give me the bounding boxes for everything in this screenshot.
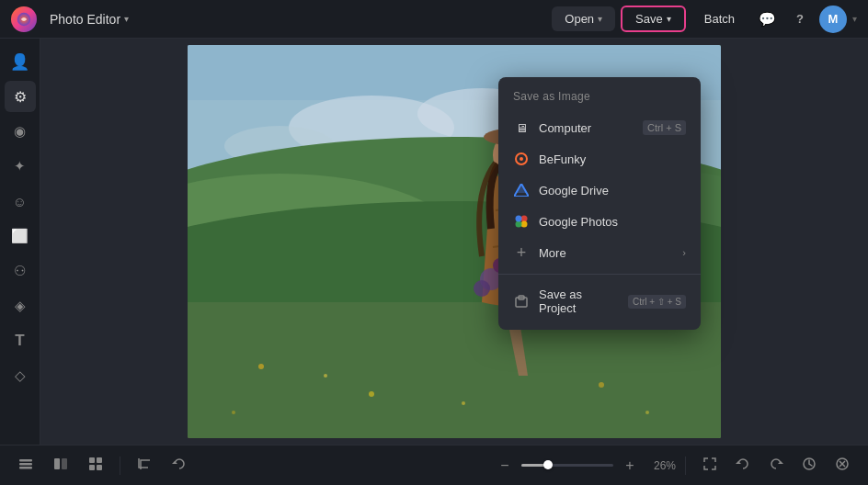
sidebar-item-adjust[interactable]: ⚙: [5, 81, 36, 112]
svg-point-14: [232, 411, 235, 414]
open-chevron: ▾: [598, 14, 602, 24]
chat-button[interactable]: 💬: [753, 6, 781, 33]
touchup-icon: ☺: [13, 194, 27, 209]
rotate-button[interactable]: [165, 451, 194, 480]
svg-point-24: [474, 280, 490, 297]
reset-button[interactable]: [828, 451, 857, 480]
frames-icon: ⬜: [11, 228, 29, 244]
compare-button[interactable]: [46, 451, 75, 480]
app-title-button[interactable]: Photo Editor ▾: [44, 8, 134, 30]
save-gphotos-item[interactable]: Google Photos: [498, 206, 701, 237]
person-icon: 👤: [10, 52, 29, 72]
save-project-label: Save as Project: [539, 288, 619, 315]
save-label: Save: [635, 12, 663, 26]
eye-icon: ◉: [14, 123, 26, 140]
avatar-button[interactable]: M: [819, 6, 847, 33]
befunky-icon: [513, 151, 530, 167]
sidebar-item-profile[interactable]: 👤: [5, 46, 36, 77]
save-computer-item[interactable]: 🖥 Computer Ctrl + S: [498, 112, 701, 143]
sidebar-item-people[interactable]: ⚇: [5, 255, 36, 287]
sidebar-item-frames[interactable]: ⬜: [5, 220, 36, 252]
sidebar-item-share[interactable]: ◇: [5, 360, 36, 391]
svg-rect-37: [19, 459, 32, 462]
zoom-slider-thumb: [543, 460, 553, 469]
avatar-chevron: ▾: [852, 14, 857, 24]
save-dropdown-menu: Save as Image 🖥 Computer Ctrl + S: [498, 77, 701, 330]
save-befunky-item[interactable]: BeFunky: [498, 143, 701, 175]
more-plus-icon: +: [513, 244, 530, 261]
project-icon: [513, 293, 530, 310]
batch-label: Batch: [704, 12, 735, 26]
svg-marker-30: [516, 184, 527, 193]
save-more-item[interactable]: + More ›: [498, 237, 701, 268]
bottombar: − + 26%: [0, 445, 868, 485]
canvas-area: Save as Image 🖥 Computer Ctrl + S: [40, 39, 868, 445]
save-befunky-label: BeFunky: [539, 152, 686, 166]
zoom-plus-icon: +: [625, 457, 634, 474]
svg-rect-44: [89, 465, 95, 470]
people-icon: ⚇: [14, 263, 26, 279]
sidebar-item-effects[interactable]: ✦: [5, 151, 36, 182]
dropdown-divider: [498, 274, 701, 275]
logo[interactable]: [11, 6, 37, 32]
save-project-shortcut: Ctrl + ⇧ + S: [628, 295, 686, 309]
grid-icon: [87, 456, 104, 476]
sidebar-item-stickers[interactable]: ◈: [5, 290, 36, 321]
layers-button[interactable]: [11, 451, 40, 480]
open-button[interactable]: Open ▾: [552, 6, 615, 31]
sidebar-item-view[interactable]: ◉: [5, 116, 36, 147]
svg-rect-41: [62, 458, 67, 469]
crop-button[interactable]: [130, 451, 159, 480]
zoom-plus-button[interactable]: +: [619, 455, 641, 477]
svg-rect-39: [19, 467, 32, 469]
svg-marker-47: [736, 461, 741, 464]
rotate-icon: [171, 456, 188, 476]
save-gdrive-label: Google Drive: [539, 184, 686, 197]
save-gdrive-item[interactable]: Google Drive: [498, 175, 701, 206]
save-chevron: ▾: [667, 14, 671, 24]
redo-button[interactable]: [761, 451, 791, 480]
grid-button[interactable]: [81, 451, 110, 480]
open-label: Open: [565, 12, 594, 26]
dropdown-header: Save as Image: [498, 85, 701, 112]
save-button[interactable]: Save ▾: [621, 6, 686, 32]
sliders-icon: ⚙: [14, 88, 27, 106]
svg-marker-46: [172, 461, 177, 464]
svg-point-28: [520, 157, 523, 161]
help-button[interactable]: ?: [786, 6, 814, 33]
svg-point-13: [369, 391, 374, 397]
expand-button[interactable]: [695, 451, 725, 480]
save-more-label: More: [539, 246, 673, 260]
separator-1: [120, 457, 120, 475]
avatar-label: M: [828, 12, 839, 26]
gdrive-icon: [513, 182, 530, 198]
sidebar-item-touchup[interactable]: ☺: [5, 186, 36, 217]
layers-icon: [17, 456, 34, 476]
zoom-slider-track: [521, 464, 545, 467]
history-button[interactable]: [794, 451, 824, 480]
topbar-actions: Open ▾ Save ▾ Batch 💬 ? M ▾: [552, 6, 857, 33]
expand-icon: [702, 456, 718, 476]
svg-point-34: [516, 216, 522, 222]
svg-point-15: [462, 401, 465, 405]
svg-rect-45: [97, 465, 102, 470]
sidebar: 👤 ⚙ ◉ ✦ ☺ ⬜ ⚇ ◈ T ◇: [0, 39, 40, 445]
undo-icon: [735, 456, 751, 476]
crop-icon: [136, 456, 153, 476]
zoom-minus-button[interactable]: −: [494, 455, 516, 477]
app-title-text: Photo Editor: [50, 12, 120, 27]
svg-rect-40: [54, 458, 60, 469]
svg-rect-36: [519, 296, 524, 299]
save-project-item[interactable]: Save as Project Ctrl + ⇧ + S: [498, 280, 701, 322]
zoom-slider[interactable]: [521, 464, 613, 467]
svg-point-11: [258, 364, 264, 369]
undo-button[interactable]: [728, 451, 758, 480]
save-gphotos-label: Google Photos: [539, 215, 686, 229]
sidebar-item-text[interactable]: T: [5, 325, 36, 356]
chat-icon: 💬: [759, 11, 776, 28]
batch-button[interactable]: Batch: [691, 6, 748, 31]
more-arrow-icon: ›: [682, 247, 686, 258]
reset-icon: [834, 456, 851, 476]
svg-point-16: [599, 382, 604, 388]
save-computer-shortcut: Ctrl + S: [643, 120, 686, 135]
